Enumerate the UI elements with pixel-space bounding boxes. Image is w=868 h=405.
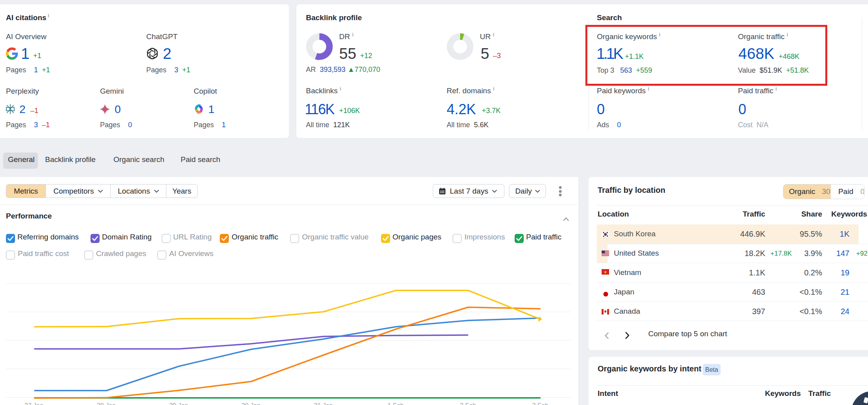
svg-text:3 Feb: 3 Feb	[532, 402, 549, 405]
svg-text:2 Feb: 2 Feb	[460, 402, 476, 405]
svg-text:30 Jan: 30 Jan	[242, 402, 260, 405]
svg-text:27 Jan: 27 Jan	[25, 402, 43, 405]
svg-text:1 Feb: 1 Feb	[388, 402, 404, 405]
svg-text:29 Jan: 29 Jan	[169, 402, 188, 405]
svg-text:28 Jan: 28 Jan	[97, 402, 116, 405]
svg-text:31 Jan: 31 Jan	[314, 402, 333, 405]
